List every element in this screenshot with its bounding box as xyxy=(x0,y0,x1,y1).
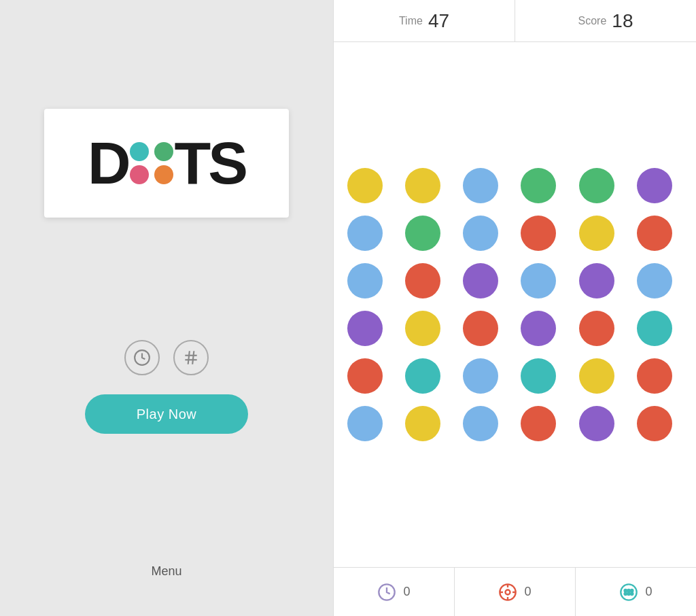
logo-dots-group xyxy=(130,142,173,184)
dot-1-4[interactable] xyxy=(579,216,614,251)
svg-point-17 xyxy=(628,592,631,595)
dot-5-5[interactable] xyxy=(637,406,672,441)
dot-5-1[interactable] xyxy=(405,406,440,441)
dot-2-5[interactable] xyxy=(637,263,672,298)
score-cell: Score 18 xyxy=(515,0,696,41)
dot-4-0[interactable] xyxy=(347,358,383,394)
svg-point-16 xyxy=(625,592,627,595)
dot-0-2[interactable] xyxy=(463,168,498,203)
svg-line-3 xyxy=(188,351,190,364)
dot-1-1[interactable] xyxy=(405,216,440,251)
dot-4-1[interactable] xyxy=(405,358,440,394)
footer-cross-cell: 0 xyxy=(455,568,576,616)
dot-5-3[interactable] xyxy=(521,406,556,441)
dot-1-3[interactable] xyxy=(521,216,556,251)
dot-3-1[interactable] xyxy=(405,311,440,346)
game-header: Time 47 Score 18 xyxy=(334,0,696,42)
svg-point-13 xyxy=(625,589,627,592)
logo-dot-green xyxy=(154,142,173,161)
dot-0-0[interactable] xyxy=(347,168,383,203)
logo-container: D TS xyxy=(44,109,289,218)
footer-crosshair-icon xyxy=(498,583,517,602)
dot-3-3[interactable] xyxy=(521,311,556,346)
dot-2-0[interactable] xyxy=(347,263,383,298)
dot-0-3[interactable] xyxy=(521,168,556,203)
icon-buttons-group xyxy=(124,340,209,375)
play-now-button[interactable]: Play Now xyxy=(85,394,248,434)
menu-link[interactable]: Menu xyxy=(151,564,181,579)
logo-dots-top-row xyxy=(130,142,173,161)
svg-point-18 xyxy=(631,592,633,595)
dot-1-5[interactable] xyxy=(637,216,672,251)
svg-point-11 xyxy=(506,589,510,594)
score-value: 18 xyxy=(612,10,633,32)
dot-0-5[interactable] xyxy=(637,168,672,203)
footer-clock-icon xyxy=(377,583,396,602)
footer-dots-cell: 0 xyxy=(576,568,696,616)
dot-3-5[interactable] xyxy=(637,311,672,346)
logo-dot-teal xyxy=(130,142,149,161)
logo-dot-orange xyxy=(154,165,173,184)
logo-d-letter: D xyxy=(88,133,128,193)
time-value: 47 xyxy=(428,10,449,32)
dot-3-2[interactable] xyxy=(463,311,498,346)
right-panel: Time 47 Score 18 0 xyxy=(333,0,696,616)
dot-4-3[interactable] xyxy=(521,358,556,394)
logo-dots-bottom-row xyxy=(130,165,173,184)
hash-mode-button[interactable] xyxy=(173,340,209,375)
svg-point-15 xyxy=(631,589,633,592)
dot-0-1[interactable] xyxy=(405,168,440,203)
dot-5-2[interactable] xyxy=(463,406,498,441)
dot-5-0[interactable] xyxy=(347,406,383,441)
logo-ts-letters: TS xyxy=(175,133,245,193)
svg-point-14 xyxy=(628,589,631,592)
dots-grid xyxy=(347,168,682,441)
footer-dots-icon xyxy=(619,583,638,602)
footer-dots-count: 0 xyxy=(645,585,652,599)
dot-2-1[interactable] xyxy=(405,263,440,298)
dot-2-2[interactable] xyxy=(463,263,498,298)
footer-cross-count: 0 xyxy=(524,585,531,599)
left-panel: D TS xyxy=(0,0,333,616)
dot-1-2[interactable] xyxy=(463,216,498,251)
game-footer: 0 0 0 xyxy=(334,567,696,616)
hash-icon xyxy=(182,349,200,366)
dot-3-0[interactable] xyxy=(347,311,383,346)
logo-dot-pink xyxy=(130,165,149,184)
dot-3-4[interactable] xyxy=(579,311,614,346)
dot-4-4[interactable] xyxy=(579,358,614,394)
dot-2-4[interactable] xyxy=(579,263,614,298)
time-mode-button[interactable] xyxy=(124,340,160,375)
dot-2-3[interactable] xyxy=(521,263,556,298)
footer-time-cell: 0 xyxy=(334,568,455,616)
clock-icon xyxy=(133,349,151,366)
time-cell: Time 47 xyxy=(334,0,515,41)
dot-5-4[interactable] xyxy=(579,406,614,441)
time-label: Time xyxy=(399,15,423,27)
svg-line-4 xyxy=(192,351,194,364)
score-label: Score xyxy=(578,15,607,27)
dot-1-0[interactable] xyxy=(347,216,383,251)
game-board xyxy=(334,42,696,567)
dot-4-5[interactable] xyxy=(637,358,672,394)
logo: D TS xyxy=(88,133,245,193)
dot-0-4[interactable] xyxy=(579,168,614,203)
footer-time-count: 0 xyxy=(403,585,410,599)
dot-4-2[interactable] xyxy=(463,358,498,394)
